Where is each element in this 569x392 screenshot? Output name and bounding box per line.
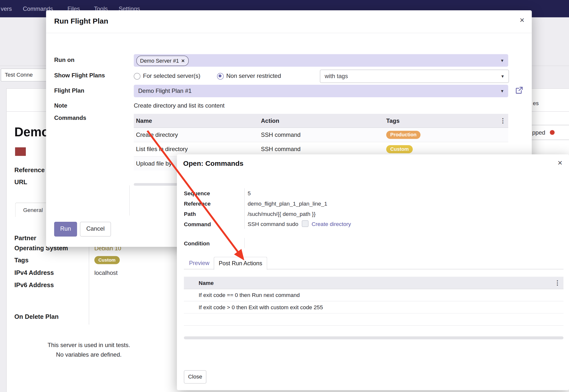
- cell-tags: Custom: [386, 142, 413, 156]
- close-button[interactable]: Close: [184, 370, 207, 384]
- table-header-row: Name ⋮: [184, 277, 564, 289]
- radio-label-for-selected-servers: For selected server(s): [143, 73, 200, 79]
- custom-badge: Custom: [386, 145, 413, 153]
- server-chip-label: Demo Server #1: [140, 58, 179, 64]
- column-header-tags[interactable]: Tags: [386, 114, 399, 128]
- modal-title: Open: Commands: [183, 160, 243, 168]
- color-swatch[interactable]: [15, 147, 26, 156]
- table-header-row: Name Action Tags ⋮: [134, 114, 508, 128]
- close-icon[interactable]: ×: [520, 16, 524, 24]
- label-command: Command: [184, 221, 211, 227]
- column-options-icon[interactable]: ⋮: [554, 279, 561, 287]
- server-chip: Demo Server #1 ✕: [136, 56, 188, 66]
- nav-item-servers[interactable]: vers: [1, 0, 12, 17]
- field-label-partner: Partner: [14, 235, 36, 242]
- radio-for-selected-servers[interactable]: [134, 73, 141, 80]
- external-link-icon[interactable]: [515, 86, 523, 94]
- unit-test-note-line1: This server is used in unit tests.: [23, 340, 155, 350]
- sequence-value: 5: [248, 190, 251, 196]
- label-reference: Reference: [184, 200, 211, 207]
- tab-general[interactable]: General: [15, 203, 51, 217]
- run-button[interactable]: Run: [54, 222, 77, 237]
- test-connection-button[interactable]: Test Conne: [1, 69, 51, 82]
- divider: [46, 33, 532, 33]
- field-label-on-delete-plan: On Delete Plan: [14, 313, 59, 321]
- divider: [244, 238, 245, 248]
- cell-name: Upload file by: [136, 157, 172, 171]
- tab-post-run-actions[interactable]: Post Run Actions: [214, 257, 267, 270]
- flight-plan-value: Demo Flight Plan #1: [138, 85, 192, 97]
- label-sequence: Sequence: [184, 190, 210, 196]
- with-tags-select[interactable]: with tags ▾: [320, 70, 509, 83]
- cell-name: If exit code > 0 then Exit with custom e…: [199, 301, 323, 313]
- label-path: Path: [184, 211, 196, 217]
- ipv4-value: localhost: [94, 270, 118, 276]
- production-badge: Production: [386, 131, 421, 139]
- table-row[interactable]: Create directory SSH command Production: [134, 128, 508, 142]
- label-condition: Condition: [184, 240, 210, 247]
- column-header-name[interactable]: Name: [199, 277, 214, 289]
- table-row-empty: [184, 314, 564, 326]
- horizontal-scrollbar[interactable]: [184, 336, 564, 339]
- radio-label-non-server-restricted: Non server restricted: [226, 73, 281, 79]
- cancel-button[interactable]: Cancel: [80, 222, 111, 237]
- command-row: SSH command sudo Create directory: [248, 220, 351, 227]
- divider: [244, 188, 245, 229]
- flight-plan-select[interactable]: Demo Flight Plan #1 ▾: [134, 85, 508, 97]
- status-label: pped: [532, 129, 545, 136]
- cell-tags: Production: [386, 128, 421, 142]
- open-commands-modal: Open: Commands × Sequence 5 Reference de…: [177, 154, 569, 390]
- cell-name: If exit code == 0 then Run next command: [199, 289, 300, 301]
- column-header-name[interactable]: Name: [136, 114, 152, 128]
- tab-preview[interactable]: Preview: [189, 257, 210, 269]
- chevron-down-icon: ▾: [501, 73, 504, 79]
- path-value: /such/much/{{ demo_path }}: [248, 211, 315, 217]
- tag-badge: Custom: [94, 256, 120, 264]
- post-run-actions-table: Name ⋮ If exit code == 0 then Run next c…: [184, 277, 564, 326]
- command-checkbox[interactable]: [302, 220, 308, 227]
- server-title: Demo: [14, 125, 49, 140]
- table-row[interactable]: If exit code == 0 then Run next command: [184, 289, 564, 302]
- label-commands: Commands: [54, 115, 86, 121]
- unit-test-note-line2: No variables are defined.: [23, 350, 155, 360]
- chip-remove-icon[interactable]: ✕: [181, 58, 185, 63]
- with-tags-value: with tags: [325, 70, 348, 83]
- chevron-down-icon: ▾: [501, 88, 503, 94]
- tag-badge-label: Custom: [94, 256, 120, 264]
- cell-name: Create directory: [136, 128, 178, 142]
- field-label-ipv6: IPv6 Address: [14, 281, 54, 289]
- cell-name: List files in directory: [136, 142, 188, 156]
- field-label-tags: Tags: [14, 257, 29, 264]
- field-label-ipv4: IPv4 Address: [14, 269, 54, 277]
- unit-test-note: This server is used in unit tests. No va…: [23, 340, 155, 360]
- chevron-down-icon: ▾: [501, 58, 503, 63]
- label-show-flight-plans: Show Flight Plans: [54, 72, 105, 79]
- radio-non-server-restricted[interactable]: [217, 73, 224, 80]
- column-options-icon[interactable]: ⋮: [500, 117, 506, 125]
- table-row[interactable]: If exit code > 0 then Exit with custom e…: [184, 301, 564, 314]
- screen: vers Commands Files Tools Settings Test …: [0, 0, 569, 392]
- status-dot-icon: [550, 130, 555, 135]
- reference-value: demo_flight_plan_1_plan_line_1: [248, 200, 327, 207]
- label-note: Note: [54, 102, 67, 109]
- command-value: SSH command sudo: [248, 221, 298, 227]
- field-label-reference: Reference: [14, 167, 45, 174]
- divider: [129, 185, 130, 216]
- server-status-button[interactable]: pped: [527, 125, 569, 140]
- label-flight-plan: Flight Plan: [54, 87, 85, 94]
- cell-action: SSH command: [261, 128, 300, 142]
- label-run-on: Run on: [54, 57, 75, 63]
- partial-tab-text: es: [533, 100, 539, 106]
- close-icon[interactable]: ×: [558, 159, 562, 167]
- column-header-action[interactable]: Action: [261, 114, 279, 128]
- divider: [89, 235, 89, 325]
- field-label-url: URL: [14, 179, 27, 186]
- modal-title: Run Flight Plan: [54, 17, 108, 26]
- create-directory-link[interactable]: Create directory: [312, 221, 351, 227]
- run-on-multiselect[interactable]: Demo Server #1 ✕ ▾: [134, 54, 508, 67]
- note-value: Create directory and list its content: [134, 102, 225, 109]
- cell-action: SSH command: [261, 142, 300, 156]
